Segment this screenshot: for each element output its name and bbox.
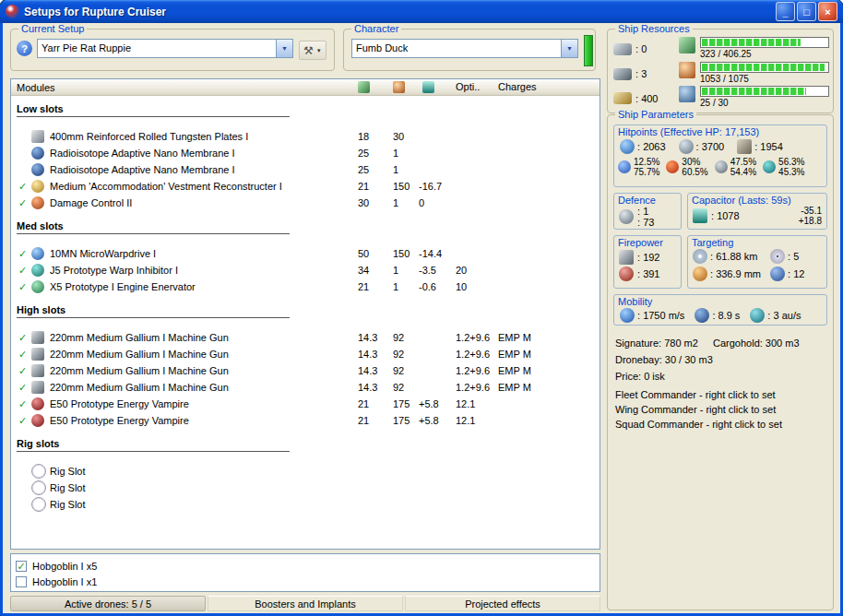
capacitor-drain: -35.1 <box>799 206 822 216</box>
slot-section-title: Low slots <box>17 103 290 117</box>
character-select[interactable]: Fumb Duck ▼ <box>351 39 578 58</box>
module-row[interactable]: ✓ 220mm Medium Gallium I Machine Gun 14.… <box>11 346 600 362</box>
powergrid-icon <box>393 81 405 93</box>
module-cap-use: -14.4 <box>419 248 456 259</box>
module-name: Medium 'Accommodation' Vestment Reconstr… <box>50 181 358 192</box>
opti-column-header[interactable]: Opti.. <box>456 81 480 92</box>
module-row[interactable]: ✓ Rig Slot <box>11 496 600 513</box>
mobility-stat: 8.9 s <box>695 308 740 323</box>
module-powergrid: 1 <box>393 148 419 159</box>
commander-line[interactable]: Fleet Commander - right click to set <box>615 387 829 402</box>
module-row[interactable]: ✓ 400mm Reinforced Rolled Tungsten Plate… <box>11 128 600 145</box>
setup-tools-button[interactable]: ⚒ ▼ <box>299 41 327 60</box>
active-check-icon: ✓ <box>18 332 31 344</box>
close-button[interactable]: × <box>818 2 837 21</box>
setup-select[interactable]: Yarr Pie Rat Ruppie ▼ <box>37 39 293 58</box>
module-cap-use: -3.5 <box>419 265 456 276</box>
module-row[interactable]: ✓ J5 Prototype Warp Inhibitor I 34 1 -3.… <box>11 262 600 278</box>
module-row[interactable]: ✓ 220mm Medium Gallium I Machine Gun 14.… <box>11 379 600 396</box>
charges-column-header[interactable]: Charges <box>498 81 537 92</box>
module-name: E50 Prototype Energy Vampire <box>50 415 358 426</box>
module-row[interactable]: ✓ Radioisotope Adaptive Nano Membrane I … <box>11 161 600 178</box>
slot-section-title: High slots <box>17 304 290 318</box>
module-optimal: 10 <box>456 281 498 292</box>
shield-resist-value: 56.3% <box>778 157 804 167</box>
module-optimal: 12.1 <box>456 415 498 426</box>
hardpoint-value: 0 <box>635 43 647 54</box>
kinetic-damage-icon <box>715 160 728 173</box>
module-row[interactable]: ✓ Radioisotope Adaptive Nano Membrane I … <box>11 145 600 161</box>
title-bar[interactable]: Setups for Rupture Cruiser _ □ × <box>0 0 843 23</box>
resource-bar-value: 1053 / 1075 <box>700 74 829 84</box>
drone-checkbox[interactable]: ✓ <box>16 576 27 587</box>
resource-bar-row: 25 / 30 <box>679 86 829 111</box>
module-row[interactable]: ✓ E50 Prototype Energy Vampire 21 175 +5… <box>11 412 600 429</box>
module-row[interactable]: ✓ Damage Control II 30 1 0 <box>11 195 600 211</box>
commander-line[interactable]: Wing Commander - right click to set <box>615 402 829 417</box>
volley-icon <box>619 267 634 281</box>
scan-resolution-icon <box>693 267 707 281</box>
rig-slot-icon <box>31 497 46 512</box>
module-row[interactable]: ✓ 220mm Medium Gallium I Machine Gun 14.… <box>11 362 600 379</box>
module-row[interactable]: ✓ 220mm Medium Gallium I Machine Gun 14.… <box>11 329 600 346</box>
module-row[interactable]: ✓ E50 Prototype Energy Vampire 21 175 +5… <box>11 396 600 412</box>
resource-progress-bar <box>700 37 829 48</box>
slot-section: High slots ✓ 220mm Medium Gallium I Mach… <box>11 304 600 429</box>
resist-stat: 47.5% 54.4% <box>715 157 756 177</box>
capacitor-amount: 1078 <box>711 210 740 221</box>
active-check-icon: ✓ <box>18 365 31 377</box>
module-cpu: 14.3 <box>358 349 393 360</box>
mobility-box: Mobility 1750 m/s 8.9 s <box>613 294 827 326</box>
drone-row[interactable]: ✓ Hobgoblin I x5 <box>16 558 595 574</box>
hardpoint-stat: 3 <box>613 62 679 87</box>
targeting-stat: 336.9 mm <box>693 267 770 281</box>
firepower-value: 391 <box>637 268 659 279</box>
module-row[interactable]: ✓ X5 Prototype I Engine Enervator 21 1 -… <box>11 278 600 295</box>
hp-value: 1954 <box>754 141 783 152</box>
bottom-tab[interactable]: Active drones: 5 / 5 <box>10 596 206 611</box>
maximize-button[interactable]: □ <box>797 2 816 21</box>
bottom-tab[interactable]: Boosters and Implants <box>208 596 403 611</box>
module-row[interactable]: ✓ Medium 'Accommodation' Vestment Recons… <box>11 178 600 195</box>
module-charge: EMP M <box>498 349 600 360</box>
hp-stat: 2063 <box>620 139 666 154</box>
window-body: Current Setup ? Yarr Pie Rat Ruppie ▼ ⚒ … <box>3 23 840 613</box>
chevron-down-icon[interactable]: ▼ <box>276 40 292 57</box>
module-cap-use: +5.8 <box>419 415 456 426</box>
current-setup-group: Current Setup ? Yarr Pie Rat Ruppie ▼ ⚒ … <box>10 29 335 71</box>
armor-resist-value: 60.5% <box>682 167 707 177</box>
commander-line[interactable]: Squad Commander - right click to set <box>615 417 829 432</box>
minimize-button[interactable]: _ <box>776 2 795 21</box>
active-check-icon: ✓ <box>18 265 31 277</box>
module-row[interactable]: ✓ 10MN MicroWarpdrive I 50 150 -14.4 <box>11 245 600 262</box>
firepower-value: 192 <box>637 252 659 263</box>
module-cpu: 18 <box>358 131 393 142</box>
module-cpu: 14.3 <box>358 365 393 376</box>
chevron-down-icon[interactable]: ▼ <box>561 40 577 57</box>
module-cpu: 25 <box>358 148 393 159</box>
module-name: Rig Slot <box>50 466 358 477</box>
resource-bar-row: 323 / 406.25 <box>679 37 829 62</box>
stasis-web-icon <box>31 280 44 293</box>
bottom-tab[interactable]: Projected effects <box>405 596 600 611</box>
hp-value: 2063 <box>637 141 666 152</box>
drone-checkbox[interactable]: ✓ <box>16 561 27 572</box>
module-row[interactable]: ✓ Rig Slot <box>11 480 600 496</box>
module-row[interactable]: ✓ Rig Slot <box>11 463 600 480</box>
bottom-tab-label: Projected effects <box>465 598 540 610</box>
help-icon[interactable]: ? <box>17 41 32 56</box>
warp-speed-icon <box>750 308 765 323</box>
drone-row[interactable]: ✓ Hobgoblin I x1 <box>16 574 595 589</box>
hardpoint-stats: 0 3 400 <box>613 37 679 111</box>
bottom-tab-label: Boosters and Implants <box>255 598 355 610</box>
shield-resist-value: 12.5% <box>634 157 659 167</box>
em-damage-icon <box>618 160 631 173</box>
app-window: Setups for Rupture Cruiser _ □ × Current… <box>0 0 843 616</box>
rig-slot-icon <box>31 464 46 479</box>
active-check-icon: ✓ <box>18 281 31 293</box>
capacitor-box: Capacitor (Lasts: 59s) 1078 -35.1 +18.8 <box>687 193 827 230</box>
module-name: X5 Prototype I Engine Enervator <box>50 281 358 292</box>
modules-list: Low slots ✓ 400mm Reinforced Rolled Tung… <box>11 96 600 549</box>
thermal-damage-icon <box>763 160 776 173</box>
hitpoint-pools: 2063 3700 1954 <box>614 137 826 154</box>
